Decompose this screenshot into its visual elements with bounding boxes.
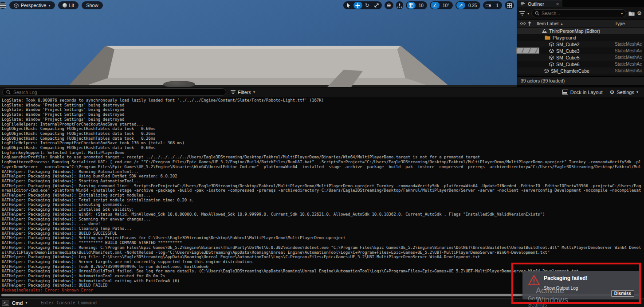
filters-button[interactable]: Filters ▾: [231, 90, 255, 95]
log-line: LogMonitoredProcess: Running Serialized …: [2, 160, 644, 165]
show-output-log-link[interactable]: Show Output Log: [544, 286, 578, 291]
cube-icon: [549, 62, 554, 67]
cube-icon: [549, 42, 554, 47]
lit-sphere-icon: [63, 3, 67, 8]
eye-icon[interactable]: [520, 22, 526, 25]
close-icon[interactable]: ×: [556, 1, 559, 7]
log-line: UATHelper: Packaging (Windows): Initiali…: [2, 193, 644, 198]
scene-sphere: [163, 81, 195, 87]
outliner-item-type: StaticMeshActor: [615, 62, 642, 67]
column-item-label[interactable]: Item Label: [537, 21, 558, 26]
arrow-upright-icon: ↗: [459, 3, 463, 8]
log-line: UATHelper: Packaging (Windows): Running …: [2, 169, 644, 174]
grid-icon: [409, 3, 413, 8]
rotate-icon: ↻: [365, 2, 369, 8]
camera-icon: [486, 4, 491, 8]
log-line: UATHelper: Packaging (Windows): Cleaning…: [2, 226, 644, 231]
lit-mode-button[interactable]: Lit: [58, 1, 79, 9]
log-text-area[interactable]: LogSlate: Took 0.000876 seconds to synch…: [2, 98, 644, 292]
outliner-row[interactable]: SM_ChamferCubeStaticMeshActor: [517, 67, 644, 74]
cube-icon: [549, 49, 554, 53]
viewport-layout-button[interactable]: [505, 1, 514, 9]
outliner-item-type: StaticMeshActor: [615, 55, 642, 60]
grid-snap-group: 10: [406, 1, 427, 9]
chevron-down-icon[interactable]: ▾: [25, 301, 27, 305]
log-line: LogTurnkeySupport: Selected target: Mult…: [2, 150, 644, 155]
globe-icon: ⊕: [385, 2, 393, 8]
filter-icon[interactable]: [519, 11, 525, 16]
outliner-row[interactable]: SM_Cube2StaticMeshActor: [517, 41, 644, 47]
log-line: UATHelper: Packaging (Windows): Installe…: [2, 207, 644, 212]
outliner-row[interactable]: SM_Cube3StaticMeshActor: [517, 47, 644, 54]
outliner-item-type: StaticMeshActor: [615, 42, 642, 47]
grid-snap-button[interactable]: [407, 2, 416, 9]
outliner-item-label: SM_Cube6: [556, 62, 580, 67]
outliner-panel: Outliner × ▾ Search... ▾ ⚙ Item Label ▲ …: [517, 0, 644, 85]
new-folder-icon[interactable]: [628, 11, 635, 16]
log-line: UATHelper: Packaging (Windows): Using bu…: [2, 174, 644, 179]
console-mode-selector[interactable]: Cmd: [12, 300, 23, 306]
packaging-failed-toast: Packaging failed! Show Output Log Dismis…: [522, 271, 640, 299]
log-line: nrealEditor-Cmd.exe" -platform=Win64 -in…: [2, 188, 644, 193]
actor-count-label: 39 actors (39 loaded): [521, 78, 565, 83]
grid-snap-value[interactable]: 10: [416, 3, 426, 8]
log-search-input[interactable]: Search Log: [2, 88, 226, 96]
angle-snap-value[interactable]: 10°: [440, 3, 452, 8]
log-settings-button[interactable]: ⚙ Settings ▾: [609, 89, 638, 95]
outliner-row[interactable]: SM_Cube5StaticMeshActor: [517, 54, 644, 61]
cube-icon: [549, 55, 554, 60]
perspective-button[interactable]: Perspective ▾: [9, 1, 55, 9]
scene-back-wall: [0, 0, 517, 87]
log-line: LogUObjectHash: Compacting FUObjectHashT…: [2, 146, 644, 150]
log-line: UATHelper: Packaging (Windows): Running:…: [2, 245, 644, 250]
dismiss-button[interactable]: Dismiss: [611, 290, 634, 297]
rotate-tool-button[interactable]: ↻: [363, 2, 372, 9]
filter-icon: [231, 90, 236, 94]
log-line: UATHelper: Packaging (Windows): Took 0.7…: [2, 264, 644, 269]
move-icon: [355, 3, 360, 8]
outliner-row[interactable]: ThirdPersonMap (Editor): [517, 28, 644, 34]
outliner-tabbar: Outliner ×: [517, 0, 644, 7]
settings-gear-icon[interactable]: ⚙: [637, 10, 642, 16]
viewport-grid-icon: [507, 3, 512, 8]
outliner-row[interactable]: SM_Cube6StaticMeshActor: [517, 61, 644, 67]
viewport-menu-button[interactable]: [0, 2, 6, 9]
move-tool-button[interactable]: [353, 2, 362, 9]
output-log-header: Search Log Filters ▾ Dock in Layout ⚙ Se…: [0, 87, 644, 97]
log-line: UATHelper: Packaging (Windows): Executin…: [2, 202, 644, 207]
warning-triangle-icon: [528, 275, 540, 286]
outliner-item-type: StaticMeshActor: [615, 68, 642, 73]
chevron-down-icon[interactable]: ▾: [527, 12, 529, 16]
hamburger-icon: [0, 4, 6, 8]
surface-snap-icon: [397, 3, 402, 8]
settings-label: Settings: [617, 90, 634, 95]
column-type[interactable]: Type: [615, 21, 625, 26]
select-tool-button[interactable]: [344, 2, 353, 9]
show-button[interactable]: Show: [82, 1, 103, 9]
viewport-3d[interactable]: Perspective ▾ Lit Show ↻: [0, 0, 517, 87]
console-command-input[interactable]: Enter Console Command: [40, 300, 96, 305]
chevron-down-icon[interactable]: ▾: [621, 12, 623, 16]
viewport-toolbar-right: ↻ ⊕ 10: [343, 1, 514, 9]
coord-space-button[interactable]: ⊕: [385, 1, 393, 9]
dock-label: Dock in Layout: [570, 90, 603, 95]
dock-in-layout-button[interactable]: Dock in Layout: [562, 90, 603, 95]
outliner-search-input[interactable]: Search... ▾: [531, 9, 626, 17]
camera-speed-button[interactable]: [484, 2, 493, 9]
dock-icon: [562, 90, 568, 94]
log-line: LogSlate: Window 'Project Settings' bein…: [2, 107, 644, 112]
outliner-icon: [521, 2, 526, 6]
scale-snap-value[interactable]: 0.25: [466, 3, 479, 8]
camera-speed-value[interactable]: 1: [493, 3, 501, 8]
show-label: Show: [86, 3, 98, 8]
pin-icon[interactable]: [528, 21, 531, 26]
scale-tool-button[interactable]: [372, 2, 381, 9]
angle-snap-button[interactable]: ∠: [431, 2, 440, 9]
tab-outliner[interactable]: Outliner ×: [517, 0, 562, 7]
log-line: UATHelper: Packaging (Windows): ********…: [2, 240, 644, 245]
scale-snap-button[interactable]: ↗: [456, 2, 465, 9]
surface-snap-button[interactable]: [396, 1, 403, 9]
log-line: LogFileHelpers: InternalPromptForCheckou…: [2, 122, 644, 127]
log-line: UATHelper: Packaging (Windows): BUILD SU…: [2, 231, 644, 236]
outliner-row[interactable]: Playground: [517, 34, 644, 41]
